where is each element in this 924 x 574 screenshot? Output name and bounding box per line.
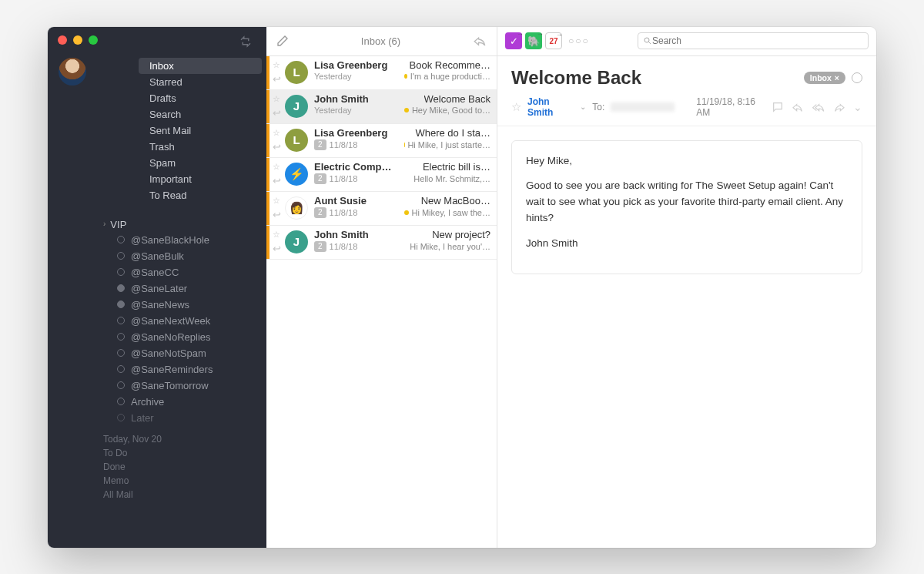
sidebar-item-starred[interactable]: Starred	[139, 74, 262, 90]
subfolder-label: @SaneBlackHole	[131, 234, 209, 246]
message-date: Yesterday	[314, 106, 352, 115]
account-avatar[interactable]	[59, 58, 86, 86]
status-dot-icon	[404, 108, 409, 112]
remove-tag-icon[interactable]: ×	[835, 73, 839, 82]
subfolder-label: Archive	[131, 396, 164, 408]
message-preview: I'm a huge producti…	[404, 72, 490, 81]
star-icon[interactable]: ☆	[273, 230, 280, 240]
reply-all-icon[interactable]	[812, 101, 825, 113]
sidebar-item-trash[interactable]: Trash	[139, 139, 262, 155]
body-signature: John Smith	[526, 236, 848, 252]
message-row[interactable]: ☆↩⚡Electric Comp…Electric bill is…211/8/…	[266, 158, 497, 192]
folder-status-icon	[117, 268, 125, 276]
subfolder-label: @SaneTomorrow	[131, 380, 209, 391]
calendar-icon[interactable]: 27→	[545, 32, 562, 49]
list-header: Inbox (6)	[266, 27, 497, 56]
flag-toggle[interactable]	[852, 72, 862, 83]
sidebar-meta-item[interactable]: To Do	[103, 446, 259, 460]
subfolder-label: @SaneNews	[131, 299, 189, 310]
minimize-window-button[interactable]	[73, 35, 82, 45]
message-subject: New MacBoo…	[421, 195, 490, 206]
folder-status-icon	[117, 300, 125, 308]
body-greeting: Hey Mike,	[526, 153, 848, 170]
sidebar-item-spam[interactable]: Spam	[139, 155, 262, 171]
message-date: 211/8/18	[314, 139, 357, 150]
compose-button[interactable]	[276, 34, 290, 48]
sidebar-item-inbox[interactable]: Inbox	[139, 58, 262, 74]
more-actions-button[interactable]: ○○○	[568, 35, 590, 46]
evernote-icon[interactable]: 🐘→	[525, 32, 542, 49]
omnifocus-icon[interactable]: ✓→	[505, 32, 522, 49]
sidebar-item-search[interactable]: Search	[139, 106, 262, 123]
message-row[interactable]: ☆↩LLisa GreenbergWhere do I sta…211/8/18…	[266, 124, 497, 158]
folder-status-icon	[117, 349, 125, 357]
sender-name: Lisa Greenberg	[314, 59, 387, 71]
close-window-button[interactable]	[58, 35, 67, 45]
message-row[interactable]: ☆↩LLisa GreenbergBook Recomme…YesterdayI…	[266, 56, 497, 90]
message-date: 211/8/18	[314, 207, 357, 218]
message-preview: Hello Mr. Schmitz,…	[413, 174, 490, 183]
message-chevron-icon[interactable]: ⌄	[853, 101, 862, 113]
svg-point-0	[644, 38, 649, 42]
sidebar-item-sent-mail[interactable]: Sent Mail	[139, 123, 262, 139]
subfolder-sanetomorrow[interactable]: @SaneTomorrow	[109, 378, 266, 394]
message-list[interactable]: ☆↩LLisa GreenbergBook Recomme…YesterdayI…	[266, 56, 497, 548]
subfolder-sanelater[interactable]: @SaneLater	[109, 280, 266, 297]
subfolder-sanenextweek[interactable]: @SaneNextWeek	[109, 313, 266, 329]
sidebar-meta-item[interactable]: All Mail	[103, 488, 259, 502]
subfolder-sanenews[interactable]: @SaneNews	[109, 297, 266, 313]
star-icon[interactable]: ☆	[273, 162, 280, 172]
app-window: InboxStarredDraftsSearchSent MailTrashSp…	[48, 27, 876, 548]
search-input[interactable]	[652, 35, 863, 46]
message-row[interactable]: ☆↩JJohn SmithNew project?211/8/18Hi Mike…	[266, 226, 497, 260]
sidebar-item-drafts[interactable]: Drafts	[139, 90, 262, 106]
subfolder-label: @SaneReminders	[131, 364, 213, 375]
message-gutter: ☆↩	[270, 124, 283, 157]
star-toggle[interactable]: ☆	[511, 100, 521, 114]
message-row[interactable]: ☆↩👩Aunt SusieNew MacBoo…211/8/18Hi Mikey…	[266, 192, 497, 226]
subfolder-sanecc[interactable]: @SaneCC	[109, 264, 266, 280]
message-preview: Hi Mike, I hear you'…	[410, 242, 490, 251]
subfolder-later[interactable]: Later	[109, 410, 266, 426]
sender-name: Electric Comp…	[314, 161, 391, 173]
reply-arrow-icon: ↩	[273, 107, 281, 119]
reply-icon[interactable]	[472, 34, 487, 48]
sidebar-meta-item[interactable]: Today, Nov 20	[103, 432, 259, 446]
message-body: Hey Mike, Good to see you are back writi…	[511, 140, 862, 275]
subfolder-saneblackhole[interactable]: @SaneBlackHole	[109, 232, 266, 248]
folder-status-icon	[117, 365, 125, 373]
vip-folder[interactable]: › VIP	[92, 217, 266, 232]
message-subject: Book Recomme…	[410, 59, 490, 71]
fullscreen-window-button[interactable]	[89, 35, 98, 45]
star-icon[interactable]: ☆	[273, 196, 280, 206]
subfolder-sanebulk[interactable]: @SaneBulk	[109, 248, 266, 264]
chat-icon[interactable]	[772, 101, 784, 113]
sync-icon[interactable]	[239, 35, 253, 49]
sender-avatar: 👩	[285, 196, 308, 220]
from-name[interactable]: John Smith	[527, 96, 574, 118]
subfolder-archive[interactable]: Archive	[109, 394, 266, 410]
sidebar-meta-item[interactable]: Done	[103, 460, 259, 474]
send-arrow-icon: →	[556, 31, 563, 39]
message-date: 211/8/18	[314, 241, 357, 252]
message-meta: ☆ John Smith ⌄ To: 11/19/18, 8:16 AM ⌄	[497, 93, 876, 126]
message-row[interactable]: ☆↩JJohn SmithWelcome BackYesterdayHey Mi…	[266, 90, 497, 124]
message-gutter: ☆↩	[270, 56, 283, 89]
reply-single-icon[interactable]	[792, 101, 804, 113]
forward-icon[interactable]	[833, 101, 845, 113]
sidebar-meta-item[interactable]: Memo	[103, 474, 259, 488]
search-field[interactable]	[638, 32, 869, 49]
subfolder-sanenoreplies[interactable]: @SaneNoReplies	[109, 329, 266, 345]
sidebar-item-to-read[interactable]: To Read	[139, 187, 262, 203]
star-icon[interactable]: ☆	[273, 128, 280, 138]
folder-tag[interactable]: Inbox ×	[804, 72, 845, 84]
message-preview: Hi Mikey, I saw the…	[404, 208, 490, 217]
subfolder-sanenotspam[interactable]: @SaneNotSpam	[109, 345, 266, 361]
sender-avatar: L	[285, 129, 308, 152]
folder-status-icon	[117, 317, 125, 324]
star-icon[interactable]: ☆	[273, 60, 280, 70]
from-chevron-icon[interactable]: ⌄	[580, 102, 586, 111]
star-icon[interactable]: ☆	[273, 94, 280, 104]
subfolder-sanereminders[interactable]: @SaneReminders	[109, 361, 266, 378]
sidebar-item-important[interactable]: Important	[139, 171, 262, 187]
